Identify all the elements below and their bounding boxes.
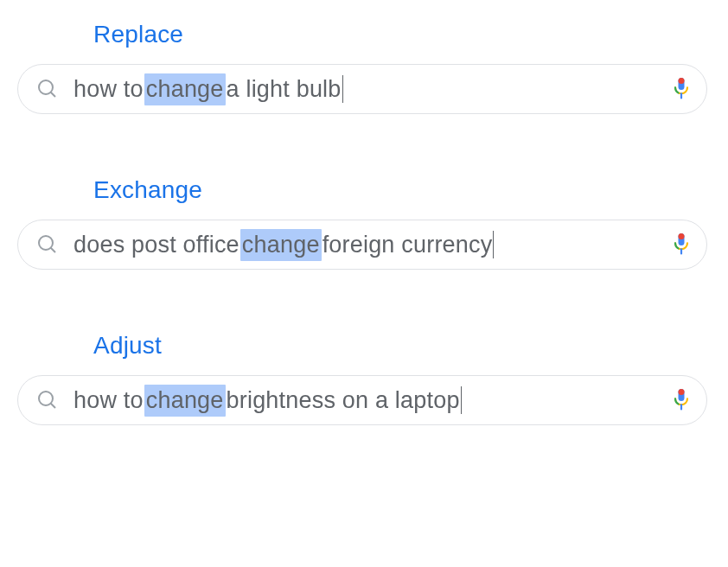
microphone-icon[interactable]	[672, 233, 691, 257]
example-replace: Replace how to change a light bulb	[17, 21, 711, 114]
microphone-icon[interactable]	[672, 388, 691, 412]
search-icon	[37, 234, 58, 255]
query-pre: how to	[73, 387, 144, 414]
example-adjust: Adjust how to change brightness on a lap…	[17, 332, 711, 425]
search-input[interactable]: does post office change foreign currency	[73, 229, 663, 261]
sense-label: Exchange	[93, 176, 711, 204]
search-icon	[37, 390, 58, 411]
text-caret	[342, 75, 343, 103]
query-highlight: change	[144, 385, 226, 417]
svg-rect-7	[679, 389, 685, 395]
search-input[interactable]: how to change a light bulb	[73, 73, 663, 105]
text-caret	[461, 386, 462, 414]
query-pre: does post office	[73, 232, 239, 258]
svg-rect-1	[679, 78, 685, 84]
svg-rect-4	[679, 233, 685, 239]
query-post: brightness on a laptop	[227, 387, 460, 414]
sense-label: Adjust	[93, 332, 711, 360]
example-exchange: Exchange does post office change foreign…	[17, 176, 711, 270]
query-highlight: change	[240, 229, 322, 261]
query-post: a light bulb	[227, 76, 342, 103]
text-caret	[493, 231, 494, 258]
query-post: foreign currency	[322, 232, 493, 258]
search-icon	[37, 79, 58, 99]
search-bar[interactable]: how to change a light bulb	[17, 64, 707, 114]
search-bar[interactable]: does post office change foreign currency	[17, 220, 707, 270]
search-input[interactable]: how to change brightness on a laptop	[73, 385, 663, 417]
query-highlight: change	[144, 73, 226, 105]
query-pre: how to	[73, 76, 144, 103]
sense-label: Replace	[93, 21, 711, 48]
microphone-icon[interactable]	[672, 77, 691, 101]
search-bar[interactable]: how to change brightness on a laptop	[17, 375, 707, 425]
